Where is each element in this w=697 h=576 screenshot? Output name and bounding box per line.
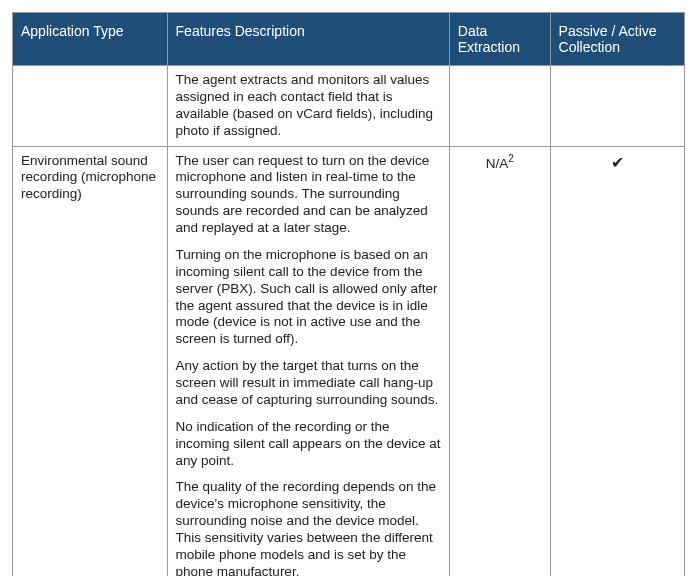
- cell-data-extraction: N/A2: [449, 146, 550, 576]
- header-features-description: Features Description: [167, 13, 449, 66]
- feature-paragraph: The user can request to turn on the devi…: [176, 153, 441, 237]
- footnote-superscript: 2: [508, 153, 514, 164]
- feature-paragraph: Any action by the target that turns on t…: [176, 358, 441, 409]
- table-header-row: Application Type Features Description Da…: [13, 13, 685, 66]
- cell-features: The agent extracts and monitors all valu…: [167, 66, 449, 147]
- table-row: The agent extracts and monitors all valu…: [13, 66, 685, 147]
- cell-collection: ✔: [550, 146, 684, 576]
- check-icon: ✔: [611, 154, 624, 171]
- header-data-extraction: Data Extraction: [449, 13, 550, 66]
- cell-features: The user can request to turn on the devi…: [167, 146, 449, 576]
- header-collection: Passive / Active Collection: [550, 13, 684, 66]
- table-row: Environmental sound recording (microphon…: [13, 146, 685, 576]
- cell-application-type: [13, 66, 168, 147]
- na-text: N/A: [486, 155, 509, 170]
- feature-paragraph: The quality of the recording depends on …: [176, 479, 441, 576]
- feature-paragraph: No indication of the recording or the in…: [176, 419, 441, 470]
- cell-collection: [550, 66, 684, 147]
- cell-application-type: Environmental sound recording (microphon…: [13, 146, 168, 576]
- feature-paragraph: Turning on the microphone is based on an…: [176, 247, 441, 348]
- cell-data-extraction: [449, 66, 550, 147]
- header-application-type: Application Type: [13, 13, 168, 66]
- feature-paragraph: The agent extracts and monitors all valu…: [176, 72, 441, 140]
- features-table: Application Type Features Description Da…: [12, 12, 685, 576]
